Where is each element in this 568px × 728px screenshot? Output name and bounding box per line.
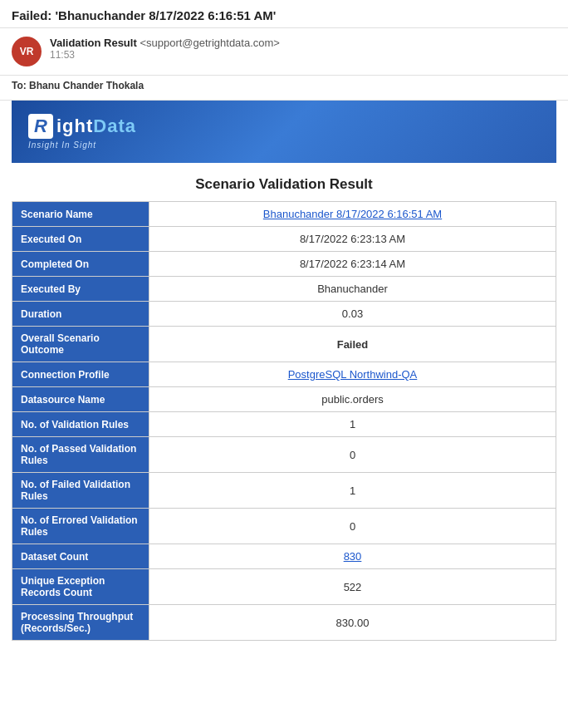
sender-info: Validation Result <support@getrightdata.… xyxy=(50,37,280,61)
row-value: 0 xyxy=(149,437,556,473)
row-link[interactable]: PostgreSQL Northwind-QA xyxy=(288,368,418,381)
row-value: 1 xyxy=(149,473,556,509)
row-label: Unique Exception Records Count xyxy=(12,569,149,605)
table-row: No. of Failed Validation Rules1 xyxy=(12,473,556,509)
table-row: Scenario NameBhanuchander 8/17/2022 6:16… xyxy=(12,202,556,227)
row-label: Executed On xyxy=(12,227,149,252)
row-link[interactable]: 830 xyxy=(344,550,362,563)
result-table: Scenario NameBhanuchander 8/17/2022 6:16… xyxy=(12,201,556,641)
row-value: 0 xyxy=(149,509,556,544)
row-value: 8/17/2022 6:23:14 AM xyxy=(149,252,556,277)
logo-r-icon: R xyxy=(28,114,53,139)
row-label: No. of Failed Validation Rules xyxy=(12,473,149,509)
row-value: 0.03 xyxy=(149,302,556,327)
row-label: Dataset Count xyxy=(12,544,149,569)
logo-container: R ightData Insight In Sight xyxy=(28,114,136,150)
result-title: Scenario Validation Result xyxy=(12,176,556,193)
email-header: VR Validation Result <support@getrightda… xyxy=(0,28,568,76)
row-label: Overall Scenario Outcome xyxy=(12,327,149,362)
avatar: VR xyxy=(12,37,42,66)
table-row: Processing Throughput (Records/Sec.)830.… xyxy=(12,605,556,641)
table-row: Duration0.03 xyxy=(12,302,556,327)
row-label: No. of Passed Validation Rules xyxy=(12,437,149,473)
row-value: 8/17/2022 6:23:13 AM xyxy=(149,227,556,252)
row-label: Executed By xyxy=(12,277,149,302)
table-row: No. of Validation Rules1 xyxy=(12,412,556,437)
row-value: Bhanuchander xyxy=(149,277,556,302)
table-row: Dataset Count830 xyxy=(12,544,556,569)
row-value: 1 xyxy=(149,412,556,437)
logo-text: R ightData xyxy=(28,114,136,139)
table-row: Completed On8/17/2022 6:23:14 AM xyxy=(12,252,556,277)
to-line: To: Bhanu Chander Thokala xyxy=(0,76,568,101)
row-value: public.orders xyxy=(149,387,556,412)
row-label: Completed On xyxy=(12,252,149,277)
logo-tagline: Insight In Sight xyxy=(28,140,96,150)
row-label: No. of Errored Validation Rules xyxy=(12,509,149,544)
row-label: Scenario Name xyxy=(12,202,149,227)
row-link[interactable]: Bhanuchander 8/17/2022 6:16:51 AM xyxy=(263,208,442,220)
row-label: Datasource Name xyxy=(12,387,149,412)
row-value[interactable]: 830 xyxy=(149,544,556,569)
logo-word: ightData xyxy=(56,116,136,137)
table-row: Executed On8/17/2022 6:23:13 AM xyxy=(12,227,556,252)
row-value: Failed xyxy=(149,327,556,362)
email-body: R ightData Insight In Sight Scenario Val… xyxy=(0,101,568,657)
row-label: No. of Validation Rules xyxy=(12,412,149,437)
table-row: No. of Errored Validation Rules0 xyxy=(12,509,556,544)
table-row: Executed ByBhanuchander xyxy=(12,277,556,302)
row-label: Connection Profile xyxy=(12,362,149,387)
sender-time: 11:53 xyxy=(50,49,280,61)
row-label: Duration xyxy=(12,302,149,327)
table-row: Datasource Namepublic.orders xyxy=(12,387,556,412)
sender-name: Validation Result <support@getrightdata.… xyxy=(50,37,280,49)
table-row: Overall Scenario OutcomeFailed xyxy=(12,327,556,362)
table-row: Unique Exception Records Count522 xyxy=(12,569,556,605)
row-value[interactable]: PostgreSQL Northwind-QA xyxy=(149,362,556,387)
table-row: Connection ProfilePostgreSQL Northwind-Q… xyxy=(12,362,556,387)
row-value[interactable]: Bhanuchander 8/17/2022 6:16:51 AM xyxy=(149,202,556,227)
row-value: 522 xyxy=(149,569,556,605)
row-value: 830.00 xyxy=(149,605,556,641)
email-subject: Failed: 'Bhanuchander 8/17/2022 6:16:51 … xyxy=(0,0,568,28)
row-label: Processing Throughput (Records/Sec.) xyxy=(12,605,149,641)
banner: R ightData Insight In Sight xyxy=(12,101,556,163)
table-row: No. of Passed Validation Rules0 xyxy=(12,437,556,473)
